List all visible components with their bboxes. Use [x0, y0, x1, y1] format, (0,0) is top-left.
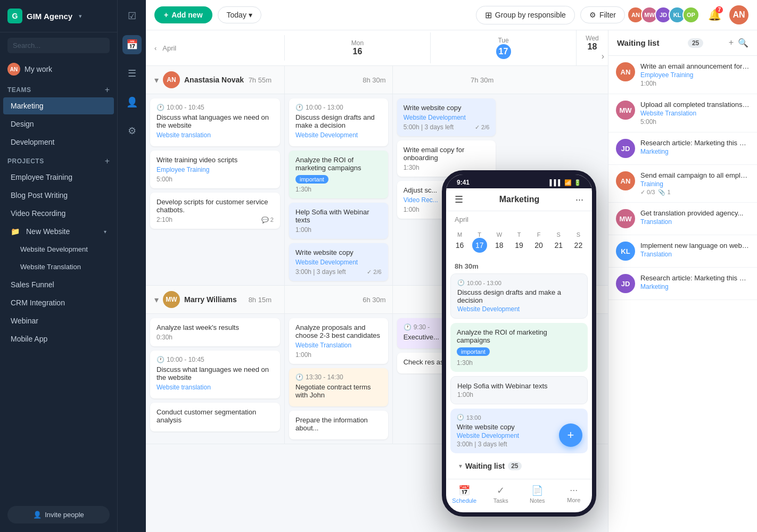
- sidebar-item-website-trans[interactable]: Website Translation: [3, 259, 114, 275]
- icon-panel-settings[interactable]: ⚙: [122, 121, 142, 140]
- task-card-negotiate[interactable]: 🕐 13:30 - 14:30 Negotiate contract terms…: [289, 368, 388, 406]
- mobile-task-roi[interactable]: Analyze the ROI of marketing campaigns i…: [450, 323, 588, 372]
- day-num-wed: 18: [588, 42, 597, 52]
- notifications-button[interactable]: 🔔 7: [705, 5, 724, 24]
- user-avatar[interactable]: AN: [729, 5, 748, 24]
- my-work-item[interactable]: AN My work: [0, 59, 117, 80]
- mobile-waiting-header[interactable]: ▾ Waiting list 25: [450, 458, 588, 475]
- icon-panel-person[interactable]: 👤: [122, 93, 142, 112]
- task-card-segmentation[interactable]: Conduct customer segmentation analysis: [150, 403, 280, 431]
- mobile-day-num-s2: 22: [571, 238, 586, 253]
- sidebar-item-new-website[interactable]: 📁 New Website ▾: [3, 223, 114, 240]
- sidebar-item-development[interactable]: Development: [3, 134, 114, 151]
- sidebar-item-sales-funnel[interactable]: Sales Funnel: [3, 276, 114, 293]
- task-card[interactable]: 🕐 10:00 - 13:00 Discuss design drafts an…: [289, 98, 388, 146]
- task-card-languages-marry[interactable]: 🕐 10:00 - 10:45 Discuss what languages w…: [150, 351, 280, 398]
- task-card[interactable]: Write training video scripts Employee Tr…: [150, 151, 280, 188]
- mobile-fab-button[interactable]: +: [559, 423, 582, 447]
- waiting-item[interactable]: AN Write an email announcement for the n…: [608, 56, 757, 94]
- waiting-item-project: Translation: [640, 218, 750, 226]
- sidebar-logo[interactable]: G GIM Agency ▾: [0, 0, 117, 32]
- sidebar-item-employee-training[interactable]: Employee Training: [3, 169, 114, 186]
- task-card-wed-copy[interactable]: Write website copy Website Development 5…: [397, 98, 496, 136]
- anastasia-hours-wed-col: 7h 30m: [392, 66, 500, 94]
- mobile-footer-more[interactable]: ··· More: [556, 483, 593, 506]
- sidebar-item-website-dev[interactable]: Website Development: [3, 241, 114, 257]
- mobile-day-cell-m[interactable]: M 16: [450, 229, 469, 255]
- avatar-5[interactable]: OP: [682, 6, 700, 23]
- task-title: Discuss what languages we need on the we…: [157, 365, 274, 381]
- invite-people-button[interactable]: 👤 Invite people: [7, 506, 110, 523]
- waiting-item[interactable]: JD Research article: Marketing this year…: [608, 132, 757, 165]
- mobile-footer-notes[interactable]: 📄 Notes: [519, 483, 556, 506]
- task-card-blue-copy[interactable]: Write website copy Website Development 3…: [289, 243, 388, 281]
- sidebar-item-video-recording[interactable]: Video Recording: [3, 205, 114, 222]
- waiting-item-title: Upload all completed translations into t…: [640, 101, 750, 109]
- waiting-add-icon[interactable]: +: [729, 38, 734, 48]
- mobile-task-sofia[interactable]: Help Sofia with Webinar texts 1:00h: [450, 376, 588, 404]
- waiting-item-avatar: MW: [616, 209, 635, 228]
- mobile-header: ☰ Marketing ···: [446, 188, 592, 211]
- task-project: Website translation: [157, 384, 274, 391]
- group-by-button[interactable]: ⊞ Group by responsible: [476, 6, 575, 24]
- task-duration: 1:00h: [295, 226, 382, 234]
- expand-icon-marry[interactable]: ▾: [154, 295, 159, 305]
- task-time: 🕐 10:00 - 10:45: [157, 356, 274, 363]
- app-name: GIM Agency: [27, 12, 72, 21]
- waiting-item[interactable]: JD Research article: Marketing this year…: [608, 268, 757, 300]
- mobile-day-cell-t2[interactable]: T 19: [509, 229, 528, 255]
- add-icon: +: [164, 11, 168, 19]
- sidebar-item-blog-post[interactable]: Blog Post Writing: [3, 187, 114, 204]
- task-card-blue[interactable]: Help Sofia with Webinar texts 1:00h: [289, 203, 388, 239]
- task-card[interactable]: Develop scripts for customer service cha…: [150, 193, 280, 229]
- expand-icon-anastasia[interactable]: ▾: [154, 75, 159, 85]
- sidebar-item-mobile-app[interactable]: Mobile App: [3, 330, 114, 347]
- task-card-candidates[interactable]: Analyze proposals and choose 2-3 best ca…: [289, 318, 388, 364]
- projects-add-icon[interactable]: +: [105, 156, 110, 166]
- task-title: Negotiate contract terms with John: [295, 383, 382, 399]
- mobile-task-project: Website Development: [457, 305, 581, 313]
- task-card[interactable]: 🕐 10:00 - 10:45 Discuss what languages w…: [150, 98, 280, 146]
- sidebar-item-marketing[interactable]: Marketing: [3, 97, 114, 114]
- mobile-task-discuss[interactable]: 🕐 10:00 - 13:00 Discuss design drafts an…: [450, 273, 588, 319]
- sidebar-item-webinar[interactable]: Webinar: [3, 312, 114, 329]
- task-card-prepare[interactable]: Prepare the information about...: [289, 411, 388, 439]
- waiting-item[interactable]: KL Implement new language on website Tra…: [608, 235, 757, 268]
- icon-panel-list[interactable]: ☰: [122, 64, 142, 83]
- waiting-search-icon[interactable]: 🔍: [738, 38, 748, 48]
- mobile-content: 🕐 10:00 - 13:00 Discuss design drafts an…: [446, 273, 592, 479]
- mobile-day-cell-s[interactable]: S 21: [549, 229, 568, 255]
- nav-left-icon[interactable]: ‹: [154, 44, 157, 52]
- task-duration: 3:00h | 3 days left: [295, 268, 346, 276]
- mobile-day-cell-w[interactable]: W 18: [490, 229, 508, 255]
- sidebar-item-design[interactable]: Design: [3, 115, 114, 132]
- mobile-day-cell-s2[interactable]: S 22: [569, 229, 588, 255]
- search-input[interactable]: [7, 38, 110, 53]
- mobile-footer-tasks[interactable]: ✓ Tasks: [483, 483, 520, 506]
- filter-button[interactable]: ⚙ Filter: [580, 6, 625, 23]
- waiting-item[interactable]: MW Get translation provided agency... Tr…: [608, 203, 757, 235]
- mobile-menu-icon[interactable]: ☰: [455, 194, 463, 205]
- task-card-green[interactable]: Analyze the ROI of marketing campaigns i…: [289, 151, 388, 198]
- add-new-button[interactable]: + Add new: [154, 6, 212, 23]
- schedule-icon: 📅: [458, 485, 470, 496]
- mobile-task-time: 🕐 10:00 - 13:00: [457, 279, 581, 286]
- waiting-item-avatar: JD: [616, 139, 635, 158]
- mobile-day-cell-t[interactable]: T 17: [470, 229, 489, 255]
- day-col-wed: Wed 18 ›: [576, 30, 608, 65]
- mobile-footer-schedule[interactable]: 📅 Schedule: [446, 483, 483, 506]
- waiting-item-title: Research article: Marketing this year: [640, 274, 750, 282]
- task-card-results[interactable]: Analyze last week's results 0:30h: [150, 318, 280, 346]
- toolbar: + Add new Today ▾ ⊞ Group by responsible…: [146, 0, 757, 30]
- nav-right-icon[interactable]: ›: [602, 52, 604, 61]
- icon-panel-calendar[interactable]: 📅: [122, 35, 142, 54]
- icon-panel-check[interactable]: ☑: [122, 6, 142, 26]
- teams-add-icon[interactable]: +: [105, 85, 110, 95]
- sidebar-item-crm[interactable]: CRM Integration: [3, 294, 114, 311]
- mobile-day-cell-f[interactable]: F 20: [530, 229, 548, 255]
- notes-icon: 📄: [531, 485, 543, 496]
- mobile-more-icon[interactable]: ···: [575, 194, 583, 205]
- waiting-item[interactable]: MW Upload all completed translations int…: [608, 94, 757, 132]
- waiting-item[interactable]: AN Send email campaign to all employees …: [608, 165, 757, 203]
- today-button[interactable]: Today ▾: [218, 6, 261, 23]
